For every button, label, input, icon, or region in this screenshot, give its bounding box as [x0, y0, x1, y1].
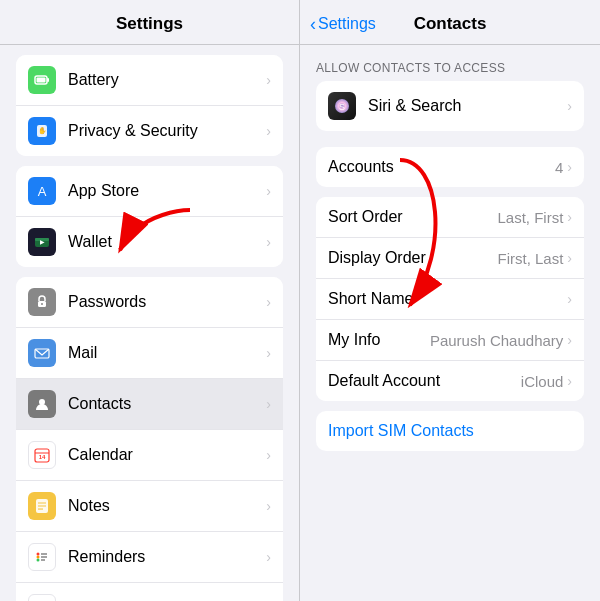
- svg-point-20: [37, 553, 40, 556]
- short-name-label: Short Name: [328, 290, 567, 308]
- wallet-icon: ▶: [28, 228, 56, 256]
- back-chevron-icon: ‹: [310, 14, 316, 35]
- settings-group-3: Passwords › Mail › Contacts ›: [16, 277, 283, 601]
- display-order-value: First, Last: [497, 250, 563, 267]
- sidebar-item-freeform[interactable]: Freeform ›: [16, 583, 283, 601]
- settings-group-2: A App Store › ▶ Wallet ›: [16, 166, 283, 267]
- back-label: Settings: [318, 15, 376, 33]
- freeform-icon: [28, 594, 56, 601]
- default-account-value: iCloud: [521, 373, 564, 390]
- svg-text:A: A: [38, 184, 47, 199]
- svg-point-21: [37, 556, 40, 559]
- left-panel-header: Settings: [0, 0, 299, 45]
- privacy-chevron: ›: [266, 123, 271, 139]
- contacts-page-title: Contacts: [414, 14, 487, 34]
- svg-text:✋: ✋: [38, 126, 47, 135]
- siri-search-label: Siri & Search: [368, 97, 567, 115]
- notes-label: Notes: [68, 497, 266, 515]
- svg-text:S: S: [339, 102, 345, 112]
- accounts-chevron: ›: [567, 159, 572, 175]
- svg-rect-1: [47, 78, 49, 82]
- siri-icon: S: [328, 92, 356, 120]
- svg-text:14: 14: [39, 454, 46, 460]
- my-info-value: Paurush Chaudhary: [430, 332, 563, 349]
- settings-group-1: Battery › ✋ Privacy & Security ›: [16, 55, 283, 156]
- sidebar-item-wallet[interactable]: ▶ Wallet ›: [16, 217, 283, 267]
- mail-chevron: ›: [266, 345, 271, 361]
- settings-list: Battery › ✋ Privacy & Security › A: [0, 45, 299, 601]
- reminders-chevron: ›: [266, 549, 271, 565]
- siri-search-chevron: ›: [567, 98, 572, 114]
- reminders-icon: [28, 543, 56, 571]
- sidebar-item-reminders[interactable]: Reminders ›: [16, 532, 283, 583]
- display-order-label: Display Order: [328, 249, 497, 267]
- contacts-label: Contacts: [68, 395, 266, 413]
- mail-icon: [28, 339, 56, 367]
- accounts-value: 4: [555, 159, 563, 176]
- battery-icon: [28, 66, 56, 94]
- sidebar-item-mail[interactable]: Mail ›: [16, 328, 283, 379]
- sidebar-item-battery[interactable]: Battery ›: [16, 55, 283, 106]
- battery-label: Battery: [68, 71, 266, 89]
- notes-icon: [28, 492, 56, 520]
- privacy-icon: ✋: [28, 117, 56, 145]
- import-group: Import SIM Contacts: [316, 411, 584, 451]
- svg-text:▶: ▶: [40, 239, 45, 245]
- sidebar-item-contacts[interactable]: Contacts ›: [16, 379, 283, 430]
- reminders-label: Reminders: [68, 548, 266, 566]
- wallet-label: Wallet: [68, 233, 266, 251]
- calendar-chevron: ›: [266, 447, 271, 463]
- svg-point-22: [37, 559, 40, 562]
- passwords-label: Passwords: [68, 293, 266, 311]
- sidebar-item-privacy[interactable]: ✋ Privacy & Security ›: [16, 106, 283, 156]
- svg-point-10: [41, 303, 43, 305]
- back-button[interactable]: ‹ Settings: [310, 14, 376, 35]
- sort-order-item[interactable]: Sort Order Last, First ›: [316, 197, 584, 238]
- appstore-label: App Store: [68, 182, 266, 200]
- short-name-item[interactable]: Short Name ›: [316, 279, 584, 320]
- mail-label: Mail: [68, 344, 266, 362]
- sidebar-item-notes[interactable]: Notes ›: [16, 481, 283, 532]
- sidebar-item-calendar[interactable]: 14 Calendar ›: [16, 430, 283, 481]
- preferences-group: Sort Order Last, First › Display Order F…: [316, 197, 584, 401]
- sort-order-value: Last, First: [497, 209, 563, 226]
- sort-order-label: Sort Order: [328, 208, 497, 226]
- sort-order-chevron: ›: [567, 209, 572, 225]
- sidebar-item-passwords[interactable]: Passwords ›: [16, 277, 283, 328]
- display-order-chevron: ›: [567, 250, 572, 266]
- battery-chevron: ›: [266, 72, 271, 88]
- contacts-icon: [28, 390, 56, 418]
- import-sim-item[interactable]: Import SIM Contacts: [316, 411, 584, 451]
- wallet-chevron: ›: [266, 234, 271, 250]
- display-order-item[interactable]: Display Order First, Last ›: [316, 238, 584, 279]
- sidebar-item-appstore[interactable]: A App Store ›: [16, 166, 283, 217]
- contacts-chevron: ›: [266, 396, 271, 412]
- import-sim-label: Import SIM Contacts: [328, 422, 474, 440]
- default-account-chevron: ›: [567, 373, 572, 389]
- contacts-settings-content: ALLOW CONTACTS TO ACCESS S Siri & Search…: [300, 45, 600, 601]
- allow-access-group: S Siri & Search ›: [316, 81, 584, 131]
- calendar-label: Calendar: [68, 446, 266, 464]
- allow-access-label: ALLOW CONTACTS TO ACCESS: [300, 61, 600, 81]
- my-info-item[interactable]: My Info Paurush Chaudhary ›: [316, 320, 584, 361]
- siri-search-item[interactable]: S Siri & Search ›: [316, 81, 584, 131]
- default-account-item[interactable]: Default Account iCloud ›: [316, 361, 584, 401]
- accounts-group: Accounts 4 ›: [316, 147, 584, 187]
- my-info-chevron: ›: [567, 332, 572, 348]
- notes-chevron: ›: [266, 498, 271, 514]
- accounts-label: Accounts: [328, 158, 555, 176]
- accounts-item[interactable]: Accounts 4 ›: [316, 147, 584, 187]
- svg-rect-2: [37, 78, 46, 83]
- appstore-chevron: ›: [266, 183, 271, 199]
- appstore-icon: A: [28, 177, 56, 205]
- right-panel-header: ‹ Settings Contacts: [300, 0, 600, 45]
- settings-title: Settings: [116, 14, 183, 33]
- default-account-label: Default Account: [328, 372, 521, 390]
- passwords-chevron: ›: [266, 294, 271, 310]
- privacy-label: Privacy & Security: [68, 122, 266, 140]
- passwords-icon: [28, 288, 56, 316]
- short-name-chevron: ›: [567, 291, 572, 307]
- my-info-label: My Info: [328, 331, 430, 349]
- calendar-icon: 14: [28, 441, 56, 469]
